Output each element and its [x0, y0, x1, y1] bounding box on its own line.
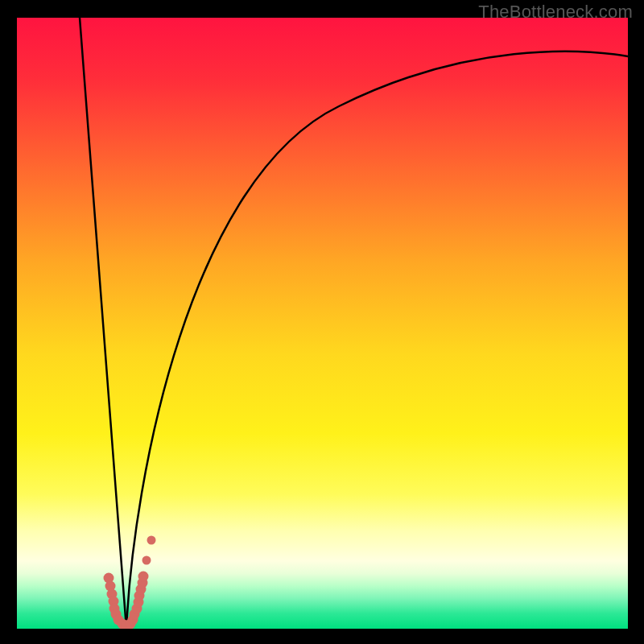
marker-dot [138, 572, 149, 582]
plot-area [17, 18, 628, 629]
watermark-text: TheBottleneck.com [478, 2, 633, 23]
marker-dot [142, 556, 151, 565]
gradient-background [17, 18, 628, 629]
marker-dot [147, 536, 156, 545]
plot-svg [17, 18, 628, 629]
chart-stage: TheBottleneck.com [0, 0, 644, 644]
